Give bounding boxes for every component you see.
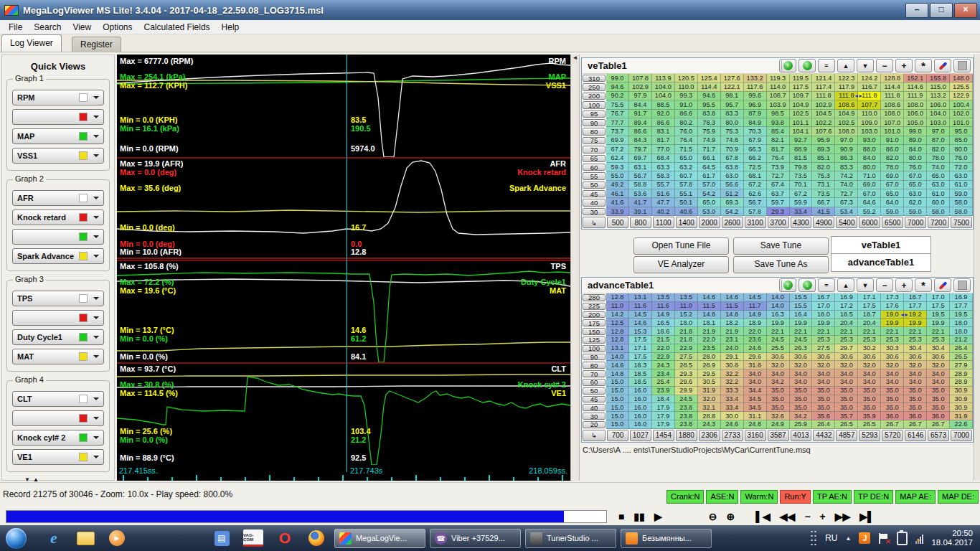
series-select-map[interactable]: MAP bbox=[12, 128, 104, 144]
advance-cell[interactable]: 36.0 bbox=[927, 412, 950, 420]
advance-cell[interactable]: 14.6 bbox=[606, 361, 629, 369]
advance-scale-button[interactable]: * bbox=[915, 278, 932, 292]
advance-cell[interactable]: 24.3 bbox=[652, 361, 675, 369]
advance-cell[interactable]: 15.0 bbox=[606, 412, 629, 420]
advance-cell[interactable]: 26.5 bbox=[950, 353, 973, 362]
advance-cell[interactable]: 18.4 bbox=[652, 395, 675, 404]
ve-cell[interactable]: 59.3 bbox=[606, 163, 629, 171]
ve-cell[interactable]: 51.6 bbox=[652, 189, 675, 198]
ve-cell[interactable]: 62.0 bbox=[904, 198, 927, 207]
ve-row-header-button[interactable]: 60 bbox=[583, 164, 606, 171]
advance-increment-button[interactable]: ▲ bbox=[837, 278, 854, 292]
ve-cell[interactable]: 113.9 bbox=[652, 74, 675, 83]
advance-cell[interactable]: 35.0 bbox=[927, 387, 950, 395]
ve-cell[interactable]: 104.0 bbox=[927, 110, 950, 118]
ve-cell[interactable]: 47.7 bbox=[652, 198, 675, 207]
advance-cell[interactable]: 34.2 bbox=[790, 412, 813, 420]
graph-table-splitter[interactable]: ◄ bbox=[570, 55, 580, 481]
ve-cell[interactable]: 99.0 bbox=[606, 74, 629, 83]
advance-cell[interactable]: 18.5 bbox=[835, 311, 858, 319]
advance-cell[interactable]: 29.5 bbox=[698, 369, 721, 378]
advance-cell[interactable]: 36.0 bbox=[904, 412, 927, 420]
ve-cell[interactable]: 89.3 bbox=[812, 145, 835, 154]
ve-cell[interactable]: 92.0 bbox=[652, 110, 675, 118]
ve-cell[interactable]: 79.7 bbox=[629, 145, 652, 154]
ve-cell[interactable]: 65.0 bbox=[698, 198, 721, 207]
advance-row-header-button[interactable]: 225 bbox=[583, 303, 606, 310]
advance-row-header-button[interactable]: 80 bbox=[583, 362, 606, 369]
ve-cell[interactable]: 117.9 bbox=[835, 83, 858, 91]
advance-cell[interactable]: 35.0 bbox=[812, 395, 835, 404]
ve-row-header-button[interactable]: 250 bbox=[583, 83, 606, 90]
ve-cell[interactable]: 33.4 bbox=[790, 207, 813, 216]
advance-cell[interactable]: 17.5 bbox=[927, 302, 950, 311]
advance-cell[interactable]: 12.8 bbox=[606, 293, 629, 302]
ve-cell[interactable]: 63.0 bbox=[904, 189, 927, 198]
ve-cell[interactable]: 101.0 bbox=[950, 118, 973, 127]
advance-cell[interactable]: 22.1 bbox=[881, 327, 904, 336]
ve-cell[interactable]: 69.9 bbox=[606, 136, 629, 145]
ve-cell[interactable]: 89.0 bbox=[904, 136, 927, 145]
java-tray-icon[interactable]: J bbox=[859, 532, 870, 544]
action-center-flag-icon[interactable]: ✕ bbox=[878, 533, 889, 544]
advance-cell[interactable]: 35.0 bbox=[790, 395, 813, 404]
advance-cell[interactable]: 11.0 bbox=[675, 302, 698, 311]
advance-cell[interactable]: 30.6 bbox=[904, 353, 927, 362]
ve-cell[interactable]: 81.7 bbox=[652, 136, 675, 145]
ve-cell[interactable]: 63.1 bbox=[629, 163, 652, 171]
advance-cell[interactable]: 30.6 bbox=[927, 353, 950, 362]
ve-row-header-button[interactable]: 55 bbox=[583, 172, 606, 179]
advance-cell[interactable]: 30.6 bbox=[858, 353, 881, 362]
advance-cell[interactable]: 29.6 bbox=[675, 378, 698, 387]
ve-axis-button[interactable]: 500 bbox=[607, 217, 628, 228]
series-select-rpm[interactable]: RPM bbox=[12, 90, 104, 105]
advance-cell[interactable]: 18.0 bbox=[950, 319, 973, 327]
advance-cell[interactable]: 32.0 bbox=[812, 361, 835, 369]
advance-cell[interactable]: 35.6 bbox=[812, 412, 835, 420]
ve-cell[interactable]: 40.6 bbox=[675, 207, 698, 216]
ve-cell[interactable]: 77.0 bbox=[652, 145, 675, 154]
ve-cell[interactable]: 110.0 bbox=[675, 83, 698, 91]
ve-analyzer-button[interactable]: VE Analyzer bbox=[633, 256, 729, 273]
ve-decrement-button[interactable]: ▼ bbox=[857, 59, 874, 72]
ve-cell[interactable]: 85.4 bbox=[767, 127, 790, 136]
ve-axis-button[interactable]: 1100 bbox=[653, 217, 674, 228]
advance-axis-button[interactable]: 3160 bbox=[745, 430, 766, 441]
advance-cell[interactable]: 17.3 bbox=[881, 293, 904, 302]
ve-cell[interactable]: 69.0 bbox=[858, 181, 881, 189]
menu-search[interactable]: Search bbox=[28, 21, 67, 34]
ve-axis-button[interactable]: 3700 bbox=[768, 217, 789, 228]
advance-cell[interactable]: 34.0 bbox=[835, 378, 858, 387]
advance-cell[interactable]: 28.9 bbox=[950, 369, 973, 378]
advance-cell[interactable]: 35.0 bbox=[790, 387, 813, 395]
advance-cell[interactable]: 26.7 bbox=[904, 420, 927, 429]
ve-cell[interactable]: 102.2 bbox=[812, 118, 835, 127]
ve-row-header-button[interactable]: 65 bbox=[583, 155, 606, 162]
advance-cell[interactable]: 30.9 bbox=[950, 403, 973, 412]
advance-cell[interactable]: 20.4 bbox=[835, 319, 858, 327]
ve-cell[interactable]: 116.7 bbox=[858, 83, 881, 91]
advance-axis-button[interactable]: 3587 bbox=[768, 430, 789, 441]
ve-cell[interactable]: 29.3 bbox=[767, 207, 790, 216]
advance-cell[interactable]: 22.1 bbox=[790, 327, 813, 336]
ve-cell[interactable]: 65.0 bbox=[881, 189, 904, 198]
ve-cell[interactable]: 72.7 bbox=[767, 171, 790, 180]
advance-cell[interactable]: 14.8 bbox=[721, 311, 744, 319]
menu-options[interactable]: Options bbox=[97, 21, 138, 34]
ve-cell[interactable]: 63.0 bbox=[721, 171, 744, 180]
ve-cell[interactable]: 114.4 bbox=[698, 83, 721, 91]
ve-cell[interactable]: 59.0 bbox=[904, 207, 927, 216]
advance-row-header-button[interactable]: 60 bbox=[583, 379, 606, 386]
advance-cell[interactable]: 16.0 bbox=[629, 412, 652, 420]
ve-cell[interactable]: 82.0 bbox=[927, 145, 950, 154]
advance-cell[interactable]: 17.5 bbox=[858, 302, 881, 311]
ve-axis-button[interactable]: 2000 bbox=[699, 217, 720, 228]
advance-cell[interactable]: 16.3 bbox=[767, 311, 790, 319]
series-select-empty[interactable] bbox=[12, 109, 104, 125]
ve-cell[interactable]: 72.7 bbox=[835, 189, 858, 198]
advance-cell[interactable]: 30.6 bbox=[767, 353, 790, 362]
advance-cell[interactable]: 35.0 bbox=[812, 387, 835, 395]
advance-cell[interactable]: 28.5 bbox=[675, 361, 698, 369]
ve-cell[interactable]: 80.0 bbox=[721, 118, 744, 127]
advance-cell[interactable]: 31.1 bbox=[744, 412, 767, 420]
